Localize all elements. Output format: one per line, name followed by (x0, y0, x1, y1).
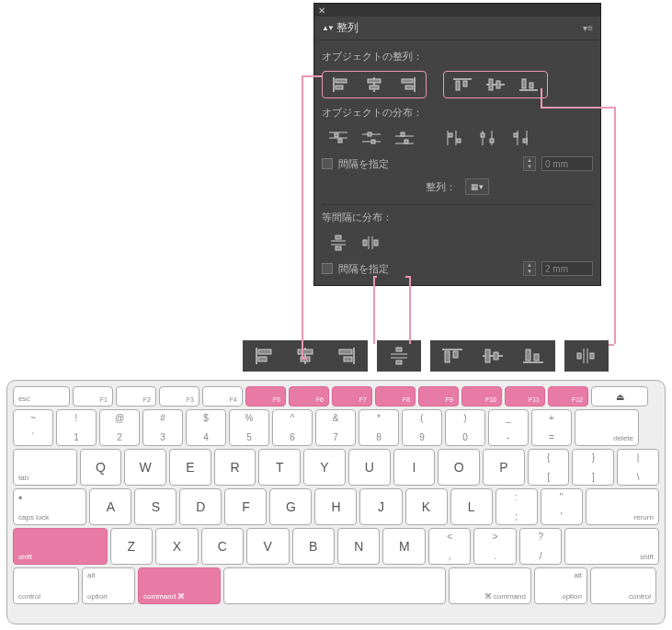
key-k[interactable]: K (405, 488, 448, 525)
key-s[interactable]: S (134, 488, 177, 525)
key-[interactable]: |\ (617, 449, 659, 486)
key-space[interactable] (223, 567, 446, 604)
key-shift[interactable]: shift (564, 528, 659, 565)
key-3[interactable]: #3 (142, 409, 183, 446)
key-6[interactable]: ^6 (272, 409, 313, 446)
key-f7[interactable]: F7 (332, 386, 372, 407)
key-[interactable]: }] (572, 449, 614, 486)
key-0[interactable]: )0 (445, 409, 485, 446)
key-v[interactable]: V (246, 528, 289, 565)
panel-titlebar[interactable]: ✕ (314, 4, 600, 17)
key-f5[interactable]: F5 (245, 386, 286, 407)
spacing-stepper-1[interactable]: ▲▼ (523, 156, 536, 171)
spacing-field-1[interactable]: 0 mm (541, 156, 593, 171)
strip-space-h-icon[interactable] (566, 344, 607, 368)
key-h[interactable]: H (314, 488, 357, 525)
key-m[interactable]: M (382, 528, 425, 565)
align-vcenter-icon[interactable] (479, 74, 512, 96)
key-f10[interactable]: F10 (461, 386, 502, 407)
key-p[interactable]: P (483, 449, 525, 486)
key-f[interactable]: F (224, 488, 267, 525)
key-q[interactable]: Q (80, 449, 122, 486)
panel-menu-icon[interactable]: ▾≡ (583, 23, 593, 33)
distribute-hcenter-icon[interactable] (471, 127, 504, 149)
collapse-icon[interactable]: ▲▼ (322, 24, 333, 32)
key-d[interactable]: D (179, 488, 222, 525)
key-tab[interactable]: tab (13, 449, 77, 486)
key-y[interactable]: Y (303, 449, 346, 486)
key-f12[interactable]: F12 (548, 386, 588, 407)
key-j[interactable]: J (359, 488, 402, 525)
space-vertical-icon[interactable] (322, 232, 355, 254)
key-option[interactable]: optionalt (534, 567, 587, 604)
key-control[interactable]: control (13, 567, 79, 604)
key-x[interactable]: X (155, 528, 198, 565)
spacing-checkbox-2[interactable] (322, 263, 333, 274)
close-icon[interactable]: ✕ (318, 6, 325, 16)
key-c[interactable]: C (201, 528, 244, 565)
strip-align-hcenter-icon[interactable] (285, 344, 325, 368)
strip-space-v-icon[interactable] (379, 344, 419, 368)
key-f3[interactable]: F3 (159, 386, 199, 407)
key-1[interactable]: !1 (56, 409, 97, 446)
space-horizontal-icon[interactable] (355, 232, 388, 254)
distribute-vcenter-icon[interactable] (355, 127, 388, 149)
key-t[interactable]: T (258, 449, 301, 486)
key-[interactable]: <, (428, 528, 471, 565)
key-[interactable]: ?/ (519, 528, 562, 565)
strip-align-left-icon[interactable] (245, 344, 285, 368)
distribute-top-icon[interactable] (322, 127, 355, 149)
key-f9[interactable]: F9 (418, 386, 459, 407)
key-rerurn[interactable]: rerurn (586, 488, 659, 525)
key-f8[interactable]: F8 (375, 386, 416, 407)
key-f4[interactable]: F4 (202, 386, 243, 407)
align-to-dropdown[interactable]: ▦▾ (465, 178, 489, 195)
key-i[interactable]: I (393, 449, 436, 486)
key-f11[interactable]: F11 (505, 386, 545, 407)
key-⏏[interactable]: ⏏ (591, 386, 648, 407)
key-capslock[interactable]: •caps lock (13, 488, 86, 525)
strip-align-top-icon[interactable] (432, 344, 473, 368)
key-8[interactable]: *8 (359, 409, 399, 446)
spacing-field-2[interactable]: 2 mm (541, 261, 593, 276)
align-left-icon[interactable] (325, 74, 358, 96)
align-hcenter-icon[interactable] (358, 74, 391, 96)
key-e[interactable]: E (169, 449, 211, 486)
key-w[interactable]: W (124, 449, 166, 486)
key-esc[interactable]: esc (13, 386, 70, 407)
key-f2[interactable]: F2 (116, 386, 156, 407)
key-delete[interactable]: delete (575, 409, 639, 446)
key-f6[interactable]: F6 (289, 386, 329, 407)
key-[interactable]: ~` (13, 409, 53, 446)
key-shift[interactable]: shift (13, 528, 108, 565)
key-4[interactable]: $4 (186, 409, 226, 446)
strip-align-vcenter-icon[interactable] (473, 344, 513, 368)
key-n[interactable]: N (337, 528, 380, 565)
key-[interactable]: >. (473, 528, 516, 565)
key-[interactable]: :; (495, 488, 538, 525)
key-command[interactable]: command ⌘ (138, 567, 221, 604)
key-u[interactable]: U (348, 449, 391, 486)
spacing-checkbox-1[interactable] (322, 158, 333, 169)
key-option[interactable]: optionalt (82, 567, 135, 604)
strip-align-right-icon[interactable] (325, 344, 366, 368)
key-5[interactable]: %5 (229, 409, 269, 446)
key-g[interactable]: G (269, 488, 312, 525)
key-7[interactable]: &7 (315, 409, 356, 446)
distribute-right-icon[interactable] (504, 127, 537, 149)
key-a[interactable]: A (89, 488, 131, 525)
distribute-left-icon[interactable] (438, 127, 471, 149)
distribute-bottom-icon[interactable] (388, 127, 421, 149)
key-command[interactable]: ⌘ command (449, 567, 531, 604)
spacing-stepper-2[interactable]: ▲▼ (523, 261, 536, 276)
key-[interactable]: {[ (528, 449, 570, 486)
panel-tab[interactable]: ▲▼整列 ▾≡ (314, 17, 600, 40)
strip-align-bottom-icon[interactable] (513, 344, 553, 368)
key-b[interactable]: B (292, 528, 335, 565)
key-control[interactable]: control (590, 567, 656, 604)
align-right-icon[interactable] (391, 74, 424, 96)
key-[interactable]: "' (541, 488, 583, 525)
key-9[interactable]: (9 (402, 409, 442, 446)
key-l[interactable]: L (450, 488, 493, 525)
key-z[interactable]: Z (110, 528, 153, 565)
